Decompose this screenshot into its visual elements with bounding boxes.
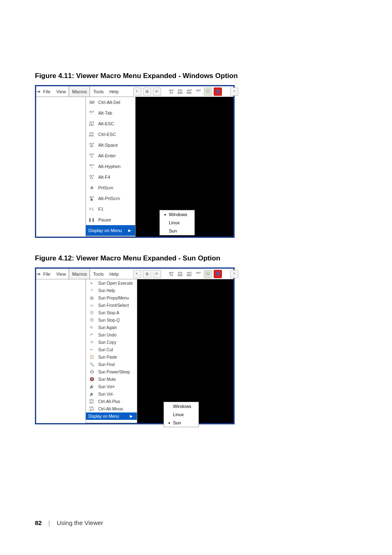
altf4-icon[interactable]: ALT F4	[168, 270, 175, 278]
user-icon[interactable]: 👤	[214, 88, 222, 96]
macro-item-label: Sun Help	[98, 288, 115, 293]
monitor-icon[interactable]: 🖵	[204, 270, 212, 278]
macro-item-label: Sun Cut	[98, 348, 113, 352]
macro-item[interactable]: ALT —Alt-Hyphen	[86, 161, 135, 172]
macro-item[interactable]: CTL ESCCtrl-ESC	[86, 129, 135, 140]
macro-item-icon: Ⓐ	[88, 310, 95, 315]
help-icon[interactable]: ?	[230, 88, 238, 96]
macro-item-icon: F1	[88, 206, 95, 212]
menu-help[interactable]: Help	[106, 86, 122, 97]
macro-item-label: Sun Undo	[98, 333, 116, 337]
menu-tools[interactable]: Tools	[90, 86, 106, 97]
macro-item[interactable]: ⏻Sun Power/Sleep	[86, 368, 137, 375]
submenu-item[interactable]: ●Windows	[160, 210, 194, 219]
pin-icon[interactable]: ⇥	[36, 89, 40, 94]
align-icon[interactable]: ▥	[143, 270, 151, 278]
ctlesc-icon[interactable]: CTL ESC	[177, 270, 184, 278]
toolbar-icons: ↖ ▥ ⟳ ALT F4 CTL ESC ALT ESC ALT → 🖵 👤 ?	[131, 88, 240, 96]
cursor-icon[interactable]: ↖	[133, 88, 141, 96]
menu-help[interactable]: Help	[106, 269, 122, 279]
macro-item-icon: ⌨	[88, 99, 95, 105]
alttab-icon[interactable]: ALT →	[195, 88, 202, 95]
macro-item-icon: CTL ALT	[88, 399, 95, 404]
submenu-label: Linux	[173, 412, 184, 417]
help-icon[interactable]: ?	[230, 270, 238, 278]
macro-item-label: Sun Props/Menu	[98, 296, 129, 300]
macro-item[interactable]: ▭Sun Front/Select	[86, 302, 137, 309]
menu-macros[interactable]: Macros	[69, 86, 90, 97]
macro-item-icon: 🔊	[88, 384, 95, 389]
submenu-item[interactable]: ●Sun	[164, 419, 198, 427]
macro-item-label: Ctrl-ESC	[98, 132, 116, 137]
macro-item-icon: ❚❚	[88, 217, 95, 223]
display-on-menu-label: Display on Menu	[88, 228, 125, 233]
macro-item[interactable]: CTL ALTCtrl-Alt-Plus	[86, 398, 137, 405]
monitor-icon[interactable]: 🖵	[204, 88, 212, 96]
menu-view[interactable]: View	[53, 269, 69, 279]
macro-item[interactable]: 🔍Sun Find	[86, 361, 137, 368]
altf4-icon[interactable]: ALT F4	[168, 88, 175, 95]
menu-tools[interactable]: Tools	[90, 269, 106, 279]
macro-item-icon: ?	[88, 288, 95, 293]
macro-item[interactable]: CTL ALTCtrl-Alt-Minus	[86, 405, 137, 412]
page-number: 82	[35, 519, 42, 526]
macro-item-icon: ↳	[88, 280, 95, 286]
submenu-label: Sun	[169, 228, 177, 233]
macro-item-icon: ↻	[88, 325, 95, 330]
macro-item-icon: 🔉	[88, 391, 95, 397]
macro-item-icon: ▭	[88, 302, 95, 308]
macro-item[interactable]: ALT ESCAlt-ESC	[86, 118, 135, 129]
menu-macros[interactable]: Macros	[69, 269, 90, 279]
macro-item[interactable]: ↳Sun Open Execute	[86, 279, 137, 287]
cursor-icon[interactable]: ↖	[133, 270, 141, 278]
macro-item[interactable]: ALT F4Alt-F4	[86, 172, 135, 182]
ctlesc-icon[interactable]: CTL ESC	[177, 88, 184, 95]
submenu-item[interactable]: Linux	[160, 219, 194, 227]
macro-item-label: Sun Stop-A	[98, 311, 119, 315]
macro-item-label: Alt-Enter	[98, 153, 116, 158]
altesc-icon[interactable]: ALT ESC	[186, 88, 193, 95]
macro-item-label: Sun Vol+	[98, 385, 115, 389]
macro-item[interactable]: ALT 🖶Alt-PrtScrn	[86, 193, 135, 204]
macro-item[interactable]: 🔊Sun Vol+	[86, 383, 137, 390]
macro-item[interactable]: ⓆSun Stop-Q	[86, 316, 137, 324]
macro-item[interactable]: 🖶PrtScrn	[86, 182, 135, 193]
display-on-menu-item[interactable]: Display on Menu▶	[86, 225, 135, 236]
macro-item[interactable]: ALT →Alt-Tab	[86, 108, 135, 118]
user-icon[interactable]: 👤	[214, 270, 222, 278]
pin-icon[interactable]: ⇥	[36, 271, 40, 277]
alttab-icon[interactable]: ALT →	[195, 270, 202, 278]
macro-item[interactable]: ALT ↵Alt-Enter	[86, 150, 135, 161]
macro-item[interactable]: ↻Sun Again	[86, 324, 137, 331]
align-icon[interactable]: ▥	[143, 88, 151, 96]
macro-item[interactable]: ▤Sun Props/Menu	[86, 294, 137, 302]
refresh-icon[interactable]: ⟳	[153, 88, 161, 96]
macro-item[interactable]: F1F1	[86, 204, 135, 214]
menu-file[interactable]: File	[40, 86, 53, 97]
macro-item[interactable]: 📋Sun Paste	[86, 353, 137, 361]
macro-item-icon: ⏻	[88, 369, 95, 375]
macro-item[interactable]: 🔇Sun Mute	[86, 375, 137, 383]
macro-item-icon: ALT —	[88, 164, 95, 169]
menubar: ⇥ File View Macros Tools Help ↖ ▥ ⟳ ALT …	[36, 86, 233, 97]
menu-view[interactable]: View	[53, 86, 69, 97]
macro-item[interactable]: ❚❚Pause	[86, 214, 135, 225]
macro-item[interactable]: ⒶSun Stop-A	[86, 309, 137, 316]
submenu-label: Linux	[169, 220, 180, 225]
refresh-icon[interactable]: ⟳	[153, 270, 161, 278]
macro-item[interactable]: ⌨Ctrl-Alt-Del	[86, 97, 135, 108]
macro-item[interactable]: 🔉Sun Vol-	[86, 390, 137, 398]
menu-file[interactable]: File	[40, 269, 53, 279]
submenu-item[interactable]: Sun	[160, 227, 194, 235]
macro-item[interactable]: ALT SPAlt-Space	[86, 140, 135, 150]
macro-item[interactable]: ?Sun Help	[86, 287, 137, 294]
display-on-menu-item[interactable]: Display on Menu▶	[86, 412, 137, 420]
macro-item-icon: 🔍	[88, 362, 95, 367]
macro-item[interactable]: ⎘Sun Copy	[86, 339, 137, 346]
altesc-icon[interactable]: ALT ESC	[186, 270, 193, 278]
submenu-label: Windows	[173, 404, 191, 409]
submenu-item[interactable]: Linux	[164, 410, 198, 419]
macro-item[interactable]: ↶Sun Undo	[86, 331, 137, 339]
macro-item[interactable]: ✂Sun Cut	[86, 346, 137, 353]
submenu-item[interactable]: Windows	[164, 402, 198, 410]
